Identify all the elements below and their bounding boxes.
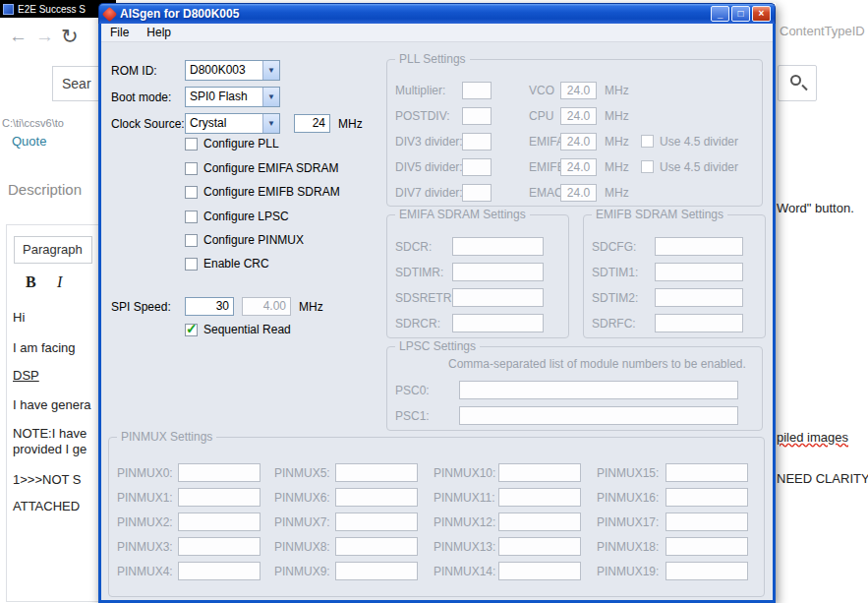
dialog-titlebar[interactable]: AISgen for D800K005 _ □ ×	[98, 3, 776, 24]
pinmux-label-pinmux10: PINMUX10:	[434, 466, 495, 480]
search-button[interactable]	[778, 65, 817, 101]
emifb-label-sdtim1: SDTIM1:	[592, 266, 638, 279]
pinmux-input-pinmux12[interactable]	[498, 513, 581, 531]
pll-input-div3-divider[interactable]	[462, 133, 492, 151]
pinmux-group-title: PINMUX Settings	[117, 430, 216, 444]
pinmux-input-pinmux16[interactable]	[665, 488, 748, 507]
spi-speed-input[interactable]: 30	[185, 297, 234, 316]
checkbox-enable-crc[interactable]	[185, 258, 198, 271]
emifa-input-sdtimr[interactable]	[452, 263, 544, 281]
pll-input-multiplier[interactable]	[462, 82, 492, 99]
clock-mhz-input[interactable]: 24	[294, 114, 330, 133]
pll-out-value-emifa: 24.0	[560, 133, 597, 151]
emifa-input-sdcr[interactable]	[452, 237, 544, 256]
pinmux-input-pinmux18[interactable]	[665, 537, 748, 556]
pinmux-input-pinmux5[interactable]	[335, 463, 418, 482]
pinmux-input-pinmux9[interactable]	[335, 562, 418, 580]
emifb-input-sdrfc[interactable]	[655, 314, 743, 332]
use-divider-checkbox-emifa[interactable]	[641, 135, 654, 148]
pinmux-input-pinmux1[interactable]	[178, 488, 260, 507]
emifb-input-sdtim2[interactable]	[655, 288, 743, 307]
pinmux-input-pinmux10[interactable]	[498, 463, 581, 482]
emifb-input-sdcfg[interactable]	[655, 237, 743, 256]
checkbox-configure-lpsc[interactable]	[185, 211, 198, 223]
pinmux-input-pinmux8[interactable]	[335, 537, 418, 556]
mhz-unit-label: MHz	[605, 186, 629, 200]
pinmux-input-pinmux3[interactable]	[178, 537, 260, 556]
lpsc-input-psc0[interactable]	[459, 381, 738, 399]
post-text-line: Hi	[13, 310, 25, 325]
pinmux-label-pinmux17: PINMUX17:	[597, 515, 659, 529]
checkbox-configure-emifa-sdram[interactable]	[185, 162, 198, 175]
checkbox-label-sequential-read: Sequential Read	[203, 323, 291, 336]
menu-bar: FileHelp	[101, 24, 773, 42]
pll-input-postdiv[interactable]	[462, 107, 492, 125]
pinmux-label-pinmux2: PINMUX2:	[117, 515, 173, 529]
mhz-unit-label: MHz	[605, 135, 629, 149]
use-divider-checkbox-emifb[interactable]	[641, 160, 654, 173]
maximize-button[interactable]: □	[731, 6, 750, 22]
emifb-input-sdtim1[interactable]	[655, 263, 743, 281]
minimize-button[interactable]: _	[711, 6, 729, 22]
bold-button[interactable]: B	[26, 273, 36, 291]
editor-area	[6, 224, 99, 602]
back-arrow-icon[interactable]: ←	[9, 26, 28, 47]
menu-help[interactable]: Help	[138, 24, 180, 41]
pinmux-input-pinmux7[interactable]	[335, 513, 418, 531]
refresh-icon[interactable]: ↻	[61, 25, 79, 48]
pinmux-input-pinmux2[interactable]	[178, 513, 260, 531]
mhz-unit-label: MHz	[605, 84, 629, 97]
screen: E2E Success S ← → ↻ Sear ContentTypeID C…	[0, 0, 868, 603]
forward-arrow-icon[interactable]: →	[35, 26, 54, 47]
checkbox-configure-pll[interactable]	[185, 138, 198, 151]
menu-file[interactable]: File	[101, 24, 138, 41]
pll-row-label-postdiv: POSTDIV:	[395, 109, 450, 123]
lpsc-group-title: LPSC Settings	[395, 339, 480, 353]
lpsc-hint-text: Comma-separated list of module numbers t…	[448, 357, 746, 371]
quote-link[interactable]: Quote	[12, 134, 46, 149]
chevron-down-icon[interactable]: ▼	[262, 88, 279, 106]
boot-mode-select[interactable]: SPI0 Flash ▼	[185, 87, 280, 107]
pinmux-input-pinmux15[interactable]	[665, 463, 748, 482]
post-text-fragment: NEED CLARITY)	[777, 471, 868, 486]
pll-row-label-div5-divider: DIV5 divider:	[395, 160, 463, 174]
pinmux-label-pinmux14: PINMUX14:	[434, 565, 495, 578]
pll-group: PLL Settings Multiplier:VCO24.0MHzPOSTDI…	[386, 59, 763, 207]
checkbox-configure-emifb-sdram[interactable]	[185, 186, 198, 199]
emifa-input-sdsretr[interactable]	[452, 288, 544, 307]
pinmux-input-pinmux14[interactable]	[498, 562, 581, 580]
pinmux-input-pinmux19[interactable]	[665, 562, 748, 580]
pll-group-title: PLL Settings	[395, 52, 470, 66]
pinmux-label-pinmux6: PINMUX6:	[274, 491, 330, 505]
italic-button[interactable]: I	[57, 273, 62, 291]
pinmux-label-pinmux4: PINMUX4:	[117, 565, 173, 578]
checkbox-label-configure-emifa-sdram: Configure EMIFA SDRAM	[203, 161, 338, 175]
paragraph-style-button[interactable]: Paragraph	[14, 236, 92, 264]
close-button[interactable]: ×	[752, 6, 771, 22]
emifb-group-title: EMIFB SDRAM Settings	[592, 208, 727, 221]
checkbox-sequential-read[interactable]: ✓	[185, 324, 198, 336]
pinmux-input-pinmux13[interactable]	[498, 537, 581, 556]
pll-out-label-emifa: EMIFA	[529, 135, 564, 149]
pinmux-input-pinmux11[interactable]	[498, 488, 581, 507]
chevron-down-icon[interactable]: ▼	[262, 61, 279, 80]
emifb-label-sdtim2: SDTIM2:	[592, 291, 638, 305]
pll-out-label-cpu: CPU	[529, 109, 553, 123]
chevron-down-icon[interactable]: ▼	[262, 114, 279, 133]
pinmux-input-pinmux17[interactable]	[665, 513, 748, 531]
pinmux-label-pinmux5: PINMUX5:	[274, 466, 330, 480]
pll-input-div7-divider[interactable]	[462, 184, 492, 202]
pll-input-div5-divider[interactable]	[462, 158, 492, 176]
rom-id-value: D800K003	[190, 63, 246, 77]
pinmux-input-pinmux4[interactable]	[178, 562, 260, 580]
checkbox-configure-pinmux[interactable]	[185, 234, 198, 247]
pinmux-input-pinmux0[interactable]	[178, 463, 260, 482]
rom-id-select[interactable]: D800K003 ▼	[185, 60, 280, 81]
lpsc-input-psc1[interactable]	[459, 406, 738, 425]
post-text-line: NOTE:I have	[13, 426, 87, 441]
emifa-input-sdrcr[interactable]	[452, 314, 544, 332]
clock-source-select[interactable]: Crystal ▼	[185, 113, 280, 134]
pinmux-input-pinmux6[interactable]	[335, 488, 418, 507]
boot-mode-label: Boot mode:	[111, 90, 171, 104]
browser-window-title: E2E Success S	[18, 4, 86, 15]
